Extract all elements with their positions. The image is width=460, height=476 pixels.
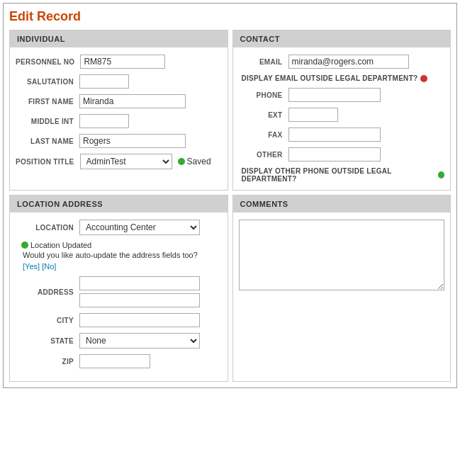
location-body: LOCATION Accounting Center Main Office B… [10,212,228,381]
saved-indicator: Saved [178,157,211,166]
state-select[interactable]: None AL AK AZ CA CO FL GA IL NY TX [79,333,200,348]
ext-input[interactable] [288,108,338,122]
salutation-row: SALUTATION [16,74,222,89]
display-other-dot-icon [438,171,444,178]
last-name-input[interactable] [79,134,186,148]
phone-row: PHONE [239,88,445,102]
individual-body: PERSONNEL NO SALUTATION FIRST NAME MIDDL… [10,47,228,182]
comments-textarea[interactable] [239,220,445,290]
location-header: LOCATION ADDRESS [10,196,228,212]
location-updated-dot-icon [21,242,28,249]
city-row: CITY [16,313,222,327]
middle-int-label: MIDDLE INT [16,118,79,125]
personnel-no-label: PERSONNEL NO [16,58,80,66]
phone-label: PHONE [239,91,288,99]
position-title-label: POSITION TITLE [16,158,80,166]
location-row: LOCATION Accounting Center Main Office B… [16,220,222,235]
location-update-section: Location Updated Would you like auto-upd… [16,241,222,271]
contact-panel: CONTACT EMAIL DISPLAY EMAIL OUTSIDE LEGA… [232,30,451,191]
phone-input[interactable] [288,88,381,102]
personnel-no-input[interactable] [80,55,165,69]
email-label: EMAIL [239,58,288,66]
city-input[interactable] [79,313,200,327]
saved-label: Saved [187,157,211,166]
other-label: OTHER [239,151,288,159]
position-title-row: POSITION TITLE AdminTest Saved [16,154,222,169]
first-name-input[interactable] [79,94,186,108]
yes-no-links: [Yes] [No] [21,262,222,271]
state-label: STATE [16,337,79,345]
other-row: OTHER [239,147,445,162]
last-name-label: LAST NAME [16,137,79,145]
position-title-select[interactable]: AdminTest [80,154,172,169]
fax-label: FAX [239,131,288,139]
email-input[interactable] [288,55,409,69]
display-email-row: DISPLAY EMAIL OUTSIDE LEGAL DEPARTMENT? [239,74,445,82]
first-name-row: FIRST NAME [16,94,222,108]
city-label: CITY [16,317,79,324]
location-updated-indicator: Location Updated [21,241,222,249]
personnel-no-row: PERSONNEL NO [16,55,222,69]
contact-header: CONTACT [233,30,451,47]
yes-link[interactable]: [Yes] [23,262,40,271]
ext-label: EXT [239,111,288,119]
bottom-panels: LOCATION ADDRESS LOCATION Accounting Cen… [9,195,451,382]
salutation-input[interactable] [79,74,129,89]
address-input-1[interactable] [79,276,200,290]
page-container: Edit Record INDIVIDUAL PERSONNEL NO SALU… [3,3,457,388]
location-updated-text: Location Updated [30,241,91,249]
zip-row: ZIP [16,354,222,368]
other-input[interactable] [288,147,381,162]
email-row: EMAIL [239,55,445,69]
no-link[interactable]: [No] [42,262,56,271]
zip-label: ZIP [16,358,79,366]
page-title: Edit Record [9,9,451,24]
display-email-label: DISPLAY EMAIL OUTSIDE LEGAL DEPARTMENT? [242,74,418,82]
location-panel: LOCATION ADDRESS LOCATION Accounting Cen… [9,195,228,382]
last-name-row: LAST NAME [16,134,222,148]
salutation-label: SALUTATION [16,78,79,86]
display-email-dot-icon [420,75,427,82]
individual-header: INDIVIDUAL [10,30,228,47]
display-other-label: DISPLAY OTHER PHONE OUTSIDE LEGAL DEPART… [242,167,435,183]
zip-input[interactable] [79,354,150,368]
top-panels: INDIVIDUAL PERSONNEL NO SALUTATION FIRST… [9,30,451,191]
address-row: ADDRESS [16,276,222,307]
address-label: ADDRESS [16,288,79,296]
address-inputs [79,276,200,307]
first-name-label: FIRST NAME [16,98,79,106]
comments-panel: COMMENTS [232,195,451,382]
contact-body: EMAIL DISPLAY EMAIL OUTSIDE LEGAL DEPART… [233,47,451,190]
individual-panel: INDIVIDUAL PERSONNEL NO SALUTATION FIRST… [9,30,228,191]
middle-int-input[interactable] [79,114,129,128]
position-controls: AdminTest Saved [80,154,211,169]
fax-row: FAX [239,128,445,142]
location-question-text: Would you like auto-update the address f… [21,251,222,259]
location-select[interactable]: Accounting Center Main Office Branch Off… [79,220,200,235]
location-label: LOCATION [16,224,79,232]
middle-int-row: MIDDLE INT [16,114,222,128]
fax-input[interactable] [288,128,381,142]
address-input-2[interactable] [79,293,200,307]
display-other-row: DISPLAY OTHER PHONE OUTSIDE LEGAL DEPART… [239,167,445,183]
state-row: STATE None AL AK AZ CA CO FL GA IL NY TX [16,333,222,348]
comments-body [233,212,451,300]
ext-row: EXT [239,108,445,122]
comments-header: COMMENTS [233,196,451,212]
saved-dot-icon [178,158,185,165]
